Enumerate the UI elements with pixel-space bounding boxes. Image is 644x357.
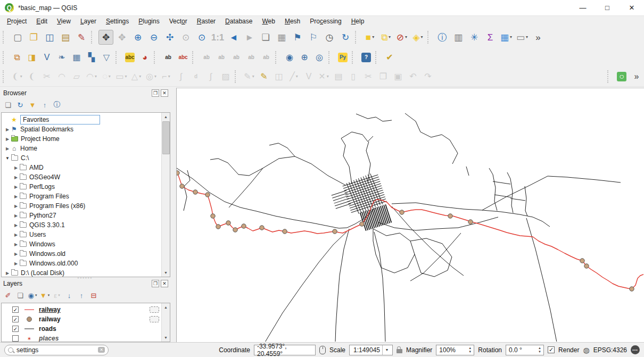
expander-icon[interactable]: ▼ bbox=[5, 156, 10, 161]
show-unplaced-labels-button[interactable]: abc bbox=[176, 51, 190, 64]
memory-layer-indicator-icon[interactable] bbox=[150, 306, 159, 313]
lock-scale-icon[interactable] bbox=[397, 349, 402, 353]
clear-search-icon[interactable]: ✕ bbox=[98, 347, 105, 353]
expand-all-layers-button[interactable]: ↓ bbox=[63, 290, 75, 301]
chevron-down-icon[interactable]: ▼ bbox=[382, 345, 391, 355]
add-group-button[interactable]: ❏ bbox=[14, 290, 26, 301]
layers-scrollbar[interactable]: ▲ ▼ bbox=[161, 303, 170, 342]
layer-item-places[interactable]: ✶places bbox=[2, 334, 170, 342]
refresh-map-button[interactable]: ↻ bbox=[338, 30, 353, 45]
open-project-button[interactable]: ❐ bbox=[26, 30, 41, 45]
toolbar-grip[interactable] bbox=[115, 51, 121, 64]
browser-item-osgeo4w[interactable]: ▶OSGeo4W bbox=[2, 172, 170, 182]
show-statistics-button[interactable]: Σ bbox=[483, 30, 498, 45]
toolbar-grip[interactable] bbox=[275, 51, 280, 64]
browser-item-spatial-bookmarks[interactable]: ▶⚑Spatial Bookmarks bbox=[2, 124, 170, 134]
layer-visibility-checkbox[interactable]: ✓ bbox=[12, 316, 19, 322]
menu-vector[interactable]: Vector bbox=[164, 16, 192, 26]
layer-visibility-checkbox[interactable]: ✓ bbox=[12, 326, 19, 332]
manage-map-themes-button[interactable]: ◉▾ bbox=[27, 290, 38, 301]
menu-edit[interactable]: Edit bbox=[31, 16, 52, 26]
browser-item-perflogs[interactable]: ▶PerfLogs bbox=[2, 182, 170, 192]
expander-icon[interactable]: ▶ bbox=[5, 146, 10, 151]
crs-status[interactable]: EPSG:4326 bbox=[593, 346, 627, 354]
add-ogr-vector-layer-button[interactable]: V bbox=[40, 51, 54, 64]
select-by-location-button[interactable]: ◈▾ bbox=[410, 30, 425, 45]
menu-view[interactable]: View bbox=[52, 16, 76, 26]
menu-layer[interactable]: Layer bbox=[76, 16, 101, 26]
browser-properties-button[interactable]: ⓘ bbox=[51, 99, 63, 110]
help-contents-button[interactable]: ? bbox=[359, 51, 373, 64]
check-geometries-button[interactable]: ✔ bbox=[383, 51, 397, 64]
scrollbar-thumb[interactable] bbox=[162, 121, 170, 154]
toolbar-grip[interactable] bbox=[3, 70, 8, 83]
toolbar-grip[interactable] bbox=[355, 31, 360, 44]
browser-item-windows-old-000[interactable]: ▶Windows.old.000 bbox=[2, 259, 170, 268]
refresh-browser-button[interactable]: ↻ bbox=[14, 99, 26, 110]
expander-icon[interactable]: ▶ bbox=[13, 242, 19, 247]
add-selected-layers-button[interactable]: ❏ bbox=[2, 99, 14, 110]
add-web-service-button[interactable]: ⊕ bbox=[298, 51, 311, 64]
browser-item-program-files-x86[interactable]: ▶Program Files (x86) bbox=[2, 201, 170, 211]
layer-item-railway[interactable]: ✓railway bbox=[2, 314, 170, 324]
scroll-up-icon[interactable]: ▲ bbox=[162, 113, 170, 121]
toolbar-grip[interactable] bbox=[328, 51, 334, 64]
toolbar-grip[interactable] bbox=[192, 51, 197, 64]
menu-project[interactable]: Project bbox=[2, 16, 31, 26]
coordinate-input[interactable]: -33.9573°, 20.4559° bbox=[254, 345, 316, 355]
toolbar-extension-3-button[interactable]: » bbox=[630, 70, 643, 84]
layer-item-railway[interactable]: ✓railway bbox=[2, 305, 170, 314]
add-raster-layer-button[interactable]: ▚ bbox=[85, 51, 98, 64]
toolbar-grip[interactable] bbox=[154, 51, 159, 64]
map-canvas[interactable] bbox=[176, 88, 644, 342]
render-checkbox[interactable]: ✓ bbox=[548, 346, 555, 353]
select-features-button[interactable]: ■▾ bbox=[362, 30, 377, 45]
browser-item-home[interactable]: ▶⌂Home bbox=[2, 144, 170, 153]
expander-icon[interactable]: ▶ bbox=[13, 165, 19, 170]
layer-visibility-checkbox[interactable]: ✓ bbox=[12, 306, 19, 313]
new-3d-map-view-button[interactable]: ▦ bbox=[274, 30, 289, 45]
filter-legend-button[interactable]: ▼▾ bbox=[39, 290, 51, 301]
menu-mesh[interactable]: Mesh bbox=[280, 16, 305, 26]
add-virtual-layer-button[interactable]: ▽ bbox=[100, 51, 113, 64]
close-button[interactable]: ✕ bbox=[620, 0, 644, 15]
add-spatialite-layer-button[interactable]: ❧ bbox=[55, 51, 69, 64]
collapse-all-button[interactable]: ↑ bbox=[39, 99, 51, 110]
show-spatial-bookmarks-button[interactable]: ⚐ bbox=[306, 30, 321, 45]
show-pinned-labels-button[interactable]: ab bbox=[161, 51, 175, 64]
scroll-down-icon[interactable]: ▼ bbox=[162, 269, 170, 277]
minimize-button[interactable]: — bbox=[571, 0, 595, 15]
new-map-view-button[interactable]: ❏ bbox=[258, 30, 273, 45]
toolbar-grip[interactable] bbox=[607, 70, 613, 83]
expander-icon[interactable]: ▶ bbox=[13, 233, 19, 237]
add-mesh-layer-button[interactable]: ▦ bbox=[70, 51, 84, 64]
expander-icon[interactable]: ▶ bbox=[5, 137, 10, 142]
browser-item-c[interactable]: ▼C:\ bbox=[2, 153, 170, 163]
new-project-button[interactable]: ▢ bbox=[10, 30, 25, 45]
toggle-editing-button[interactable]: ✎ bbox=[257, 70, 271, 84]
expander-icon[interactable]: ▶ bbox=[13, 204, 19, 209]
toolbar-grip[interactable] bbox=[235, 70, 240, 83]
zoom-out-button[interactable]: ⊖ bbox=[146, 30, 161, 45]
open-layer-styling-panel-button[interactable]: ✐ bbox=[2, 290, 14, 301]
menu-plugins[interactable]: Plugins bbox=[134, 16, 164, 26]
layers-close-button[interactable]: ✕ bbox=[161, 280, 168, 287]
save-project-button[interactable]: ◫ bbox=[42, 30, 57, 45]
statistical-summary-button[interactable]: ▥ bbox=[451, 30, 466, 45]
style-manager-button[interactable]: ✎ bbox=[74, 30, 89, 45]
spinner-arrows-icon[interactable]: ▲▼ bbox=[536, 345, 543, 355]
layer-labeling-options-button[interactable]: abc bbox=[123, 51, 137, 64]
zoom-full-extent-button[interactable]: ✣ bbox=[162, 30, 177, 45]
zoom-last-button[interactable]: ◄ bbox=[226, 30, 241, 45]
messages-icon[interactable]: ••• bbox=[631, 345, 640, 354]
toolbar-extension-1-button[interactable]: » bbox=[531, 30, 546, 45]
browser-float-button[interactable]: ❐ bbox=[152, 89, 159, 97]
processing-toolbox-button[interactable]: ✳ bbox=[467, 30, 482, 45]
attribute-table-button[interactable]: ▦▾ bbox=[499, 30, 514, 45]
browser-close-button[interactable]: ✕ bbox=[161, 89, 168, 97]
expander-icon[interactable]: ▶ bbox=[13, 213, 19, 218]
browser-item-users[interactable]: ▶Users bbox=[2, 230, 170, 239]
expander-icon[interactable]: ▶ bbox=[13, 185, 19, 189]
browser-scrollbar[interactable]: ▲ ▼ bbox=[161, 113, 170, 277]
layer-diagram-options-button[interactable]: ◕ bbox=[138, 51, 152, 64]
